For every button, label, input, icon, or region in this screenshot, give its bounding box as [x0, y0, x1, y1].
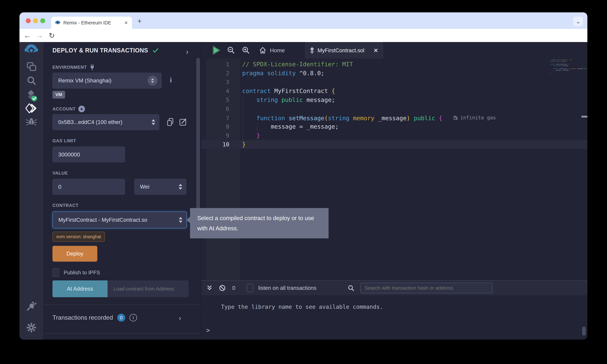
search-icon[interactable]	[19, 75, 43, 86]
value-input[interactable]	[53, 184, 125, 190]
code-line[interactable]: 1// SPDX-License-Identifier: MIT	[201, 60, 587, 69]
indent-guide	[243, 95, 243, 140]
zoom-in-icon[interactable]	[240, 42, 252, 59]
deploy-button[interactable]: Deploy	[53, 246, 97, 262]
panel-title: DEPLOY & RUN TRANSACTIONS	[53, 47, 148, 54]
new-tab-button[interactable]: +	[136, 17, 143, 25]
solidity-compiler-icon[interactable]	[19, 89, 43, 102]
browser-window: Remix - Ethereum IDE ✕ + ⌄ ← → ↻ remix.e…	[19, 12, 587, 340]
file-explorer-icon[interactable]	[19, 61, 43, 72]
code-line[interactable]: 5 string public message;	[201, 95, 587, 104]
terminal-body[interactable]: Type the library name to see available c…	[201, 295, 587, 340]
panel-collapse-chevron[interactable]: ›	[186, 48, 188, 56]
compiled-check-icon	[152, 47, 159, 54]
panel-divider	[43, 304, 201, 305]
terminal-prompt: >	[206, 326, 210, 334]
file-tab-close-icon[interactable]: ✕	[374, 47, 378, 54]
terminal-search-field	[360, 283, 492, 293]
vm-badge: VM	[53, 91, 65, 99]
terminal-message: Type the library name to see available c…	[221, 303, 383, 310]
code-line[interactable]: 6	[201, 104, 587, 113]
back-button[interactable]: ←	[22, 29, 32, 42]
traffic-light-zoom[interactable]	[40, 18, 45, 23]
tab-myfirstcontract[interactable]: MyFirstContract.sol ✕	[305, 42, 383, 59]
debugger-icon[interactable]	[19, 116, 43, 127]
gas-limit-field	[53, 146, 125, 162]
browser-tab[interactable]: Remix - Ethereum IDE ✕	[51, 17, 132, 29]
clear-console-icon[interactable]	[219, 281, 226, 295]
code-line[interactable]: 10}	[201, 140, 587, 149]
remix-app: DEPLOY & RUN TRANSACTIONS › ENVIRONMENT	[19, 42, 587, 340]
code-line[interactable]: 8 message = _message;	[201, 122, 587, 131]
gas-limit-input[interactable]	[53, 151, 125, 158]
value-unit-select[interactable]: Wei	[134, 179, 186, 195]
remix-logo-icon[interactable]	[19, 44, 43, 57]
contract-value: MyFirstContract - MyFirstContract.so	[58, 217, 179, 223]
code-line[interactable]: 2pragma solidity ^0.8.0;	[201, 69, 587, 78]
deploy-run-panel: DEPLOY & RUN TRANSACTIONS › ENVIRONMENT	[43, 42, 201, 340]
tab-title: Remix - Ethereum IDE	[63, 20, 124, 26]
editor-minimap[interactable]: // SPDX-License-Identifier: MITpragma so…	[550, 59, 580, 74]
solidity-file-icon	[310, 47, 314, 54]
value-label: VALUE	[53, 171, 68, 176]
home-tab-label: Home	[270, 47, 285, 53]
contract-label: CONTRACT	[53, 203, 79, 208]
transactions-expand-chevron[interactable]: ›	[179, 314, 181, 322]
contract-select-tooltip: Select a compiled contract to deploy or …	[190, 208, 329, 238]
transactions-count-badge: 0	[117, 314, 125, 322]
plug-icon[interactable]	[89, 64, 95, 70]
code-line[interactable]: 3	[201, 78, 587, 87]
code-line[interactable]: 4contract MyFirstContract {	[201, 87, 587, 95]
zoom-out-icon[interactable]	[225, 42, 237, 59]
traffic-light-minimize[interactable]	[33, 18, 38, 23]
settings-gear-icon[interactable]	[19, 323, 43, 333]
run-script-play-icon[interactable]	[211, 42, 222, 59]
terminal: 0 listen on all transactions	[201, 280, 587, 340]
editor-overview-mark	[581, 116, 587, 117]
browser-tab-strip: Remix - Ethereum IDE ✕ + ⌄	[19, 12, 587, 29]
listen-transactions-checkbox[interactable]	[247, 281, 253, 295]
evm-version-badge: evm version: shanghai	[53, 232, 105, 242]
panel-scrollbar[interactable]	[196, 58, 200, 229]
forward-button[interactable]: →	[35, 29, 45, 42]
code-editor[interactable]: 1// SPDX-License-Identifier: MIT2pragma …	[201, 59, 587, 280]
deploy-run-icon[interactable]	[19, 103, 43, 113]
reload-button[interactable]: ↻	[47, 29, 57, 42]
at-address-input[interactable]	[107, 286, 189, 292]
account-value: 0x5B3...eddC4 (100 ether)	[58, 119, 152, 125]
file-tab-label: MyFirstContract.sol	[317, 47, 370, 53]
tab-list-chevron-button[interactable]: ⌄	[573, 17, 583, 26]
browser-toolbar: ← → ↻ remix.ethereum.org/#lang=en&optimi…	[19, 29, 587, 42]
terminal-search-input[interactable]	[361, 285, 492, 291]
traffic-light-close[interactable]	[26, 18, 31, 23]
account-select[interactable]: 0x5B3...eddC4 (100 ether)	[53, 114, 159, 130]
code-lines: 1// SPDX-License-Identifier: MIT2pragma …	[201, 60, 587, 149]
code-line[interactable]: 9 }	[201, 131, 587, 140]
copy-account-icon[interactable]	[167, 118, 174, 127]
code-line[interactable]: 7 function setMessage(string memory _mes…	[201, 113, 587, 122]
transactions-recorded-label: Transactions recorded	[53, 314, 113, 321]
publish-ipfs-label: Publish to IPFS	[64, 270, 100, 276]
editor-tab-bar: Home MyFirstContract.sol ✕	[201, 42, 587, 59]
at-address-button[interactable]: At Address	[53, 280, 107, 297]
environment-select[interactable]: Remix VM (Shanghai)	[53, 73, 162, 89]
terminal-scrollbar[interactable]	[582, 326, 586, 336]
icon-rail	[19, 42, 43, 340]
add-account-icon[interactable]: +	[78, 106, 85, 112]
account-label: ACCOUNT	[53, 106, 76, 112]
contract-select[interactable]: MyFirstContract - MyFirstContract.so	[53, 211, 187, 228]
publish-ipfs-checkbox[interactable]	[53, 268, 59, 277]
tab-close-icon[interactable]: ✕	[124, 20, 128, 26]
terminal-collapse-icon[interactable]	[206, 281, 213, 295]
indent-guide-2	[257, 122, 257, 131]
plugin-manager-icon[interactable]	[19, 300, 43, 311]
value-field	[53, 179, 125, 195]
sign-message-icon[interactable]	[179, 118, 187, 127]
gas-estimate-annotation: infinite gas	[453, 113, 496, 122]
environment-info-icon[interactable]: i	[170, 76, 172, 84]
environment-value: Remix VM (Shanghai)	[58, 78, 148, 84]
tab-home[interactable]: Home	[256, 42, 288, 59]
transactions-info-icon[interactable]: i	[130, 314, 137, 322]
panel-bottom-divider	[43, 333, 201, 334]
environment-select-arrows	[148, 76, 158, 86]
